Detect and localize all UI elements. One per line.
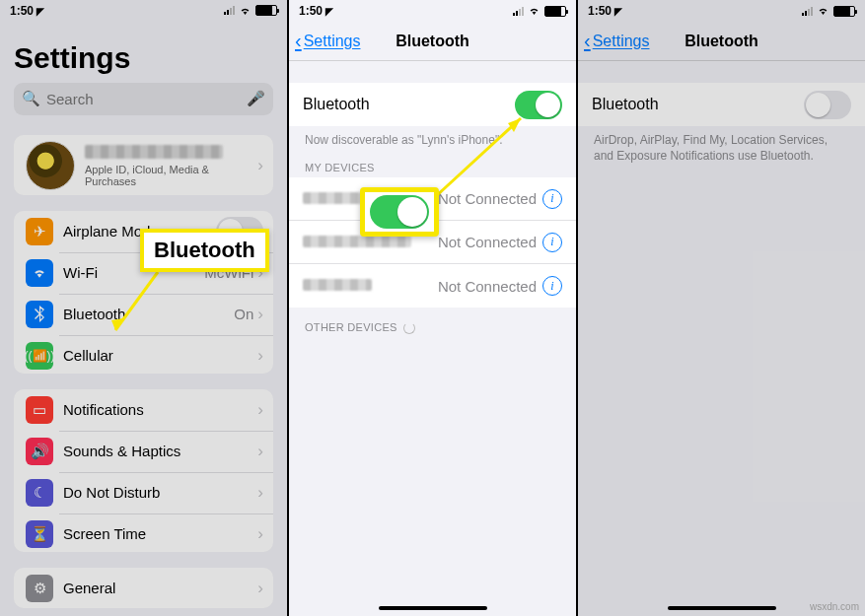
chevron-left-icon: ‹ [584,30,591,52]
mic-icon[interactable]: 🎤 [247,90,265,107]
chevron-right-icon: › [257,579,263,598]
notifications-row[interactable]: ▭ Notifications › [14,389,273,431]
nav-header: ‹Settings Bluetooth [578,22,865,61]
bluetooth-off-note: AirDrop, AirPlay, Find My, Location Serv… [578,126,865,164]
chevron-right-icon: › [257,346,263,366]
device-status: Not Connected [438,278,537,295]
screentime-row[interactable]: ⏳ Screen Time › [14,513,273,552]
back-label: Settings [593,33,650,50]
notifications-icon: ▭ [26,396,53,424]
row-label: Bluetooth [592,96,804,113]
status-bar: 1:50 ◤ [578,0,865,22]
search-field[interactable]: 🔍 🎤 [14,83,273,115]
back-label: Settings [304,33,361,50]
wifi-icon [817,6,829,16]
avatar [26,141,75,190]
dnd-icon: ☾ [26,479,53,507]
row-label: Cellular [63,347,257,364]
callout-bluetooth-label: Bluetooth [140,229,269,272]
cellular-row[interactable]: ((📶)) Cellular › [14,335,273,374]
cell-signal-icon [224,6,235,15]
device-name-redacted [303,236,411,247]
row-label: Bluetooth [63,306,234,322]
screentime-icon: ⏳ [26,520,53,548]
bluetooth-on-screen: 1:50 ◤ ‹Settings Bluetooth Bluetooth Now… [289,0,578,616]
profile-name-redacted [85,145,223,159]
gear-icon: ⚙ [26,575,53,602]
cellular-icon: ((📶)) [26,342,53,370]
row-value: On [234,306,253,322]
chevron-right-icon: › [257,483,263,503]
status-time: 1:50 [299,4,323,18]
spinner-icon [403,322,415,334]
home-indicator[interactable] [668,606,776,610]
sounds-icon: 🔊 [26,438,53,465]
info-icon[interactable]: i [542,276,562,296]
battery-icon [833,6,855,17]
chevron-left-icon: ‹ [295,30,302,52]
sounds-row[interactable]: 🔊 Sounds & Haptics › [14,431,273,472]
row-label: Sounds & Haptics [63,443,257,459]
info-icon[interactable]: i [542,189,562,209]
row-label: Notifications [63,401,257,418]
wifi-icon [239,6,252,16]
bluetooth-master-row: Bluetooth [289,83,576,126]
chevron-right-icon: › [257,442,263,461]
battery-icon [544,6,566,17]
bluetooth-master-row: Bluetooth [578,83,865,126]
chevron-right-icon: › [257,400,263,420]
info-icon[interactable]: i [542,233,562,252]
device-row[interactable]: Not Connected i [289,264,576,308]
search-input[interactable] [46,91,247,107]
back-button[interactable]: ‹Settings [578,30,649,52]
bluetooth-row[interactable]: Bluetooth On › [14,294,273,335]
bluetooth-toggle[interactable] [515,91,562,119]
wifi-row-icon [26,259,53,287]
status-bar: 1:50 ◤ [0,0,287,22]
home-indicator[interactable] [379,606,487,610]
search-icon: 🔍 [22,90,40,107]
cell-signal-icon [802,7,813,16]
page-title: Settings [0,22,287,83]
wifi-icon [528,6,541,16]
dnd-row[interactable]: ☾ Do Not Disturb › [14,472,273,513]
bluetooth-off-screen: 1:50 ◤ ‹Settings Bluetooth Bluetooth Air… [578,0,865,616]
bluetooth-icon [26,301,53,328]
row-label: Do Not Disturb [63,484,257,501]
airplane-icon: ✈ [26,218,53,245]
row-label: Screen Time [63,525,257,542]
cell-signal-icon [513,7,524,16]
row-label: Bluetooth [303,96,515,113]
chevron-right-icon: › [257,524,263,544]
settings-root-screen: 1:50 ◤ Settings 🔍 🎤 Apple ID, iCloud, Me… [0,0,289,616]
callout-toggle-on [360,187,439,237]
apple-id-row[interactable]: Apple ID, iCloud, Media & Purchases › [14,135,273,195]
device-status: Not Connected [438,234,537,250]
discoverable-note: Now discoverable as "Lynn's iPhone". [289,126,576,148]
status-time: 1:50 [10,4,34,18]
general-row[interactable]: ⚙ General › [14,568,273,608]
device-status: Not Connected [438,190,537,207]
device-name-redacted [303,279,372,291]
status-time: 1:50 [588,4,612,18]
image-credit: wsxdn.com [810,601,859,612]
status-bar: 1:50 ◤ [289,0,576,22]
row-label: General [63,580,257,596]
location-icon: ◤ [325,6,333,17]
location-icon: ◤ [614,6,622,17]
battery-icon [255,5,277,16]
other-devices-header: OTHER DEVICES [289,308,576,338]
profile-subtitle: Apple ID, iCloud, Media & Purchases [85,164,257,187]
chevron-right-icon: › [257,156,263,175]
nav-header: ‹Settings Bluetooth [289,22,576,61]
chevron-right-icon: › [257,305,263,324]
location-icon: ◤ [36,6,44,17]
back-button[interactable]: ‹Settings [289,30,360,52]
bluetooth-toggle[interactable] [804,91,851,119]
my-devices-header: MY DEVICES [289,148,576,177]
